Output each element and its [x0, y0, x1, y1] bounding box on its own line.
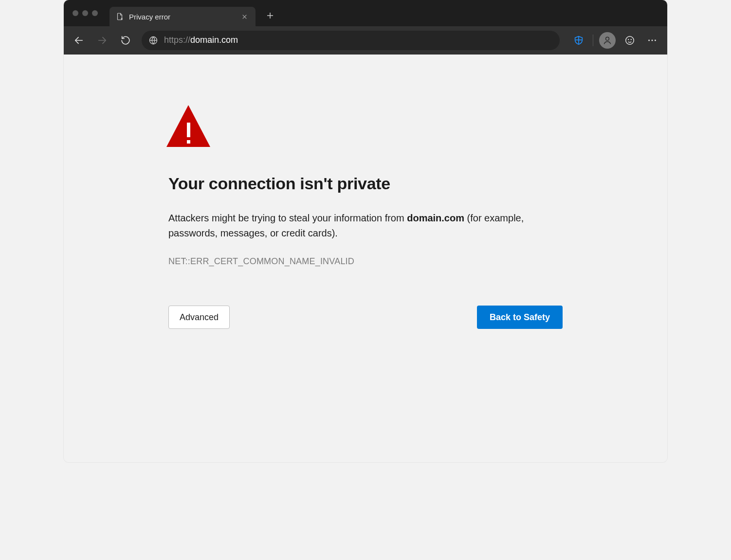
address-bar[interactable]: https://domain.com	[142, 31, 560, 50]
error-body: Attackers might be trying to steal your …	[168, 211, 563, 241]
svg-point-6	[652, 39, 653, 41]
page-content: Your connection isn't private Attackers …	[64, 54, 667, 462]
toolbar: https://domain.com	[64, 26, 667, 54]
browser-chrome: Privacy error	[64, 0, 667, 54]
error-body-prefix: Attackers might be trying to steal your …	[168, 213, 407, 223]
svg-point-4	[631, 39, 631, 39]
tab-title: Privacy error	[129, 13, 235, 21]
svg-point-2	[626, 36, 634, 44]
window-close-dot[interactable]	[73, 10, 78, 16]
feedback-icon[interactable]	[620, 30, 640, 51]
url-text: https://domain.com	[164, 35, 553, 45]
settings-menu-button[interactable]	[642, 30, 662, 51]
svg-point-7	[655, 39, 656, 41]
svg-point-5	[648, 39, 650, 41]
window-minimize-dot[interactable]	[82, 10, 88, 16]
tracking-prevention-icon[interactable]	[568, 30, 589, 51]
page-error-icon	[115, 12, 124, 21]
refresh-button[interactable]	[115, 30, 136, 51]
window-zoom-dot[interactable]	[92, 10, 98, 16]
url-protocol: https://	[164, 35, 190, 45]
tab-privacy-error[interactable]: Privacy error	[110, 7, 256, 26]
action-row: Advanced Back to Safety	[168, 306, 563, 329]
svg-point-3	[628, 39, 629, 39]
back-button[interactable]	[69, 30, 89, 51]
error-heading: Your connection isn't private	[168, 174, 563, 193]
error-panel: Your connection isn't private Attackers …	[168, 105, 563, 348]
browser-window: Privacy error	[64, 0, 667, 462]
site-info-icon[interactable]	[148, 36, 158, 45]
error-body-domain: domain.com	[407, 213, 464, 223]
svg-point-1	[606, 37, 609, 40]
error-code: NET::ERR_CERT_COMMON_NAME_INVALID	[168, 256, 563, 267]
tab-close-icon[interactable]	[240, 12, 249, 21]
advanced-button[interactable]: Advanced	[168, 306, 230, 329]
forward-button[interactable]	[92, 30, 112, 51]
back-to-safety-button[interactable]: Back to Safety	[477, 306, 563, 329]
profile-button[interactable]	[597, 30, 618, 51]
new-tab-button[interactable]	[261, 7, 279, 24]
toolbar-right	[568, 30, 662, 51]
window-controls	[70, 10, 106, 16]
tab-strip: Privacy error	[64, 0, 667, 26]
toolbar-divider	[593, 35, 593, 46]
warning-triangle-icon	[166, 105, 210, 147]
url-host: domain.com	[190, 35, 238, 45]
avatar-icon	[599, 32, 616, 49]
